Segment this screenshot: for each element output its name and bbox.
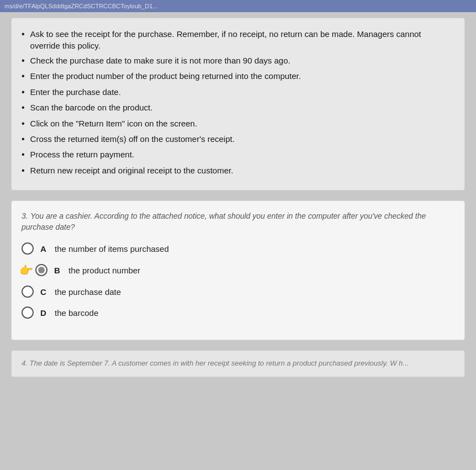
list-item-text: Return new receipt and original receipt … [30,165,234,176]
list-item: Process the return payment. [22,149,451,161]
radio-a[interactable] [22,242,34,255]
radio-b[interactable] [35,264,47,276]
answer-letter-b: B [54,266,63,275]
question-number: 3. [22,212,28,220]
answer-letter-c: C [40,287,49,297]
list-item: Check the purchase date to make sure it … [22,55,451,67]
answer-option-d[interactable]: D the barcode [22,307,451,319]
bullet-list: Ask to see the receipt for the purchase.… [22,28,451,177]
answer-text-b: the product number [68,266,140,275]
list-item: Scan the barcode on the product. [22,102,451,114]
list-item: Ask to see the receipt for the purchase.… [22,28,451,51]
answer-letter-a: A [40,244,49,254]
answer-option-c[interactable]: C the purchase date [22,286,451,298]
question-4-number: 4. [22,359,28,367]
question-4-text: The date is September 7. A customer come… [29,359,409,367]
list-item: Click on the "Return Item" icon on the s… [22,118,451,130]
answer-option-b[interactable]: 👉 B the product number [22,263,451,277]
radio-c[interactable] [22,286,34,298]
answer-text-d: the barcode [55,308,98,318]
question-3-card: 3. You are a cashier. According to the a… [11,200,465,340]
answer-text-c: the purchase date [55,287,121,297]
answer-option-a[interactable]: A the number of items purchased [22,242,451,255]
list-item-text: Enter the product number of the product … [30,70,301,82]
question-4-preview-card: 4. The date is September 7. A customer c… [11,350,465,377]
list-item-text: Check the purchase date to make sure it … [30,55,290,66]
question-prompt: You are a cashier. According to the atta… [22,212,426,231]
radio-d[interactable] [22,307,34,319]
list-item-text: Cross the returned item(s) off on the cu… [30,133,235,145]
top-bar: ms/d/e/TFAlpQLSdddtgaZRCdSCTRCCBCToyloub… [0,0,476,12]
url-bar: ms/d/e/TFAlpQLSdddtgaZRCdSCTRCCBCToyloub… [4,3,158,9]
list-item: Return new receipt and original receipt … [22,165,451,177]
question-4-preview-text: 4. The date is September 7. A customer c… [22,358,454,368]
question-header: 3. You are a cashier. According to the a… [22,211,451,233]
radio-b-inner [38,267,45,273]
list-item-text: Process the return payment. [30,149,134,160]
selected-wrapper: 👉 [22,263,54,277]
bullet-card: Ask to see the receipt for the purchase.… [11,18,465,191]
list-item-text: Enter the purchase date. [30,86,121,98]
answer-letter-d: D [40,308,49,318]
list-item: Cross the returned item(s) off on the cu… [22,133,451,145]
list-item: Enter the purchase date. [22,86,451,98]
answer-text-a: the number of items purchased [55,244,169,254]
list-item: Enter the product number of the product … [22,70,451,82]
list-item-text: Click on the "Return Item" icon on the s… [30,118,197,129]
list-item-text: Scan the barcode on the product. [30,102,153,113]
main-content: Ask to see the receipt for the purchase.… [0,12,476,383]
list-item-text: Ask to see the receipt for the purchase.… [30,28,451,51]
finger-icon: 👉 [19,263,33,277]
